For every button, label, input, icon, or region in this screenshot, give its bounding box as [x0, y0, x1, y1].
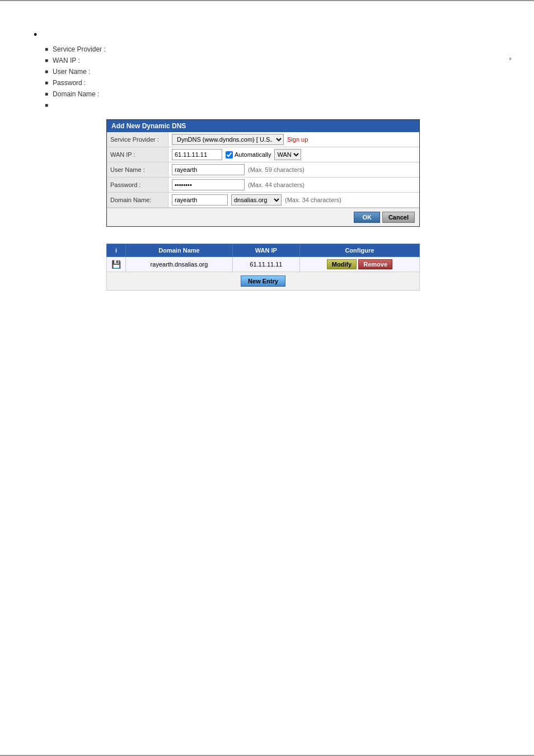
page-container: • Service Provider : WAN IP : ° User Nam… — [0, 0, 534, 756]
list-item: WAN IP : ° — [45, 57, 512, 64]
password-input[interactable] — [172, 179, 245, 190]
domain-hint: (Max. 34 characters) — [285, 197, 341, 203]
table-cell-configure: Modify Remove — [299, 257, 419, 272]
table-cell-domain: rayearth.dnsalias.org — [126, 257, 233, 272]
service-provider-field: DynDNS (www.dyndns.com) [ U.S.A. ] Sign … — [168, 132, 419, 147]
dns-form-container: Add New Dynamic DNS Service Provider : D… — [106, 119, 420, 227]
domain-suffix-select[interactable]: dnsalias.org — [231, 194, 282, 206]
user-name-field: (Max. 59 characters) — [168, 162, 419, 177]
new-entry-button[interactable]: New Entry — [241, 276, 285, 287]
col-header-domain: Domain Name — [126, 244, 233, 257]
table-header-row: i Domain Name WAN IP Configure — [107, 244, 420, 257]
service-provider-label: Service Provider : — [107, 132, 168, 147]
service-provider-row: Service Provider : DynDNS (www.dyndns.co… — [107, 132, 419, 147]
table-row: 💾 rayearth.dnsalias.org 61.11.11.11 Modi… — [107, 257, 420, 272]
list-item: Password : — [45, 79, 512, 87]
password-hint: (Max. 44 characters) — [248, 181, 305, 188]
service-provider-select[interactable]: DynDNS (www.dyndns.com) [ U.S.A. ] — [172, 134, 284, 145]
wan-ip-input[interactable] — [172, 149, 222, 160]
modify-button[interactable]: Modify — [327, 259, 357, 269]
wan-ip-field: Automatically WAN — [168, 147, 419, 162]
table-cell-wan: 61.11.11.11 — [232, 257, 299, 272]
list-item: Service Provider : — [45, 45, 512, 53]
remove-button[interactable]: Remove — [358, 259, 392, 269]
list-item — [45, 101, 512, 108]
bullet-item-4: Password : — [53, 79, 512, 87]
wan-ip-row: WAN IP : Automatically WAN — [107, 147, 419, 162]
new-entry-cell: New Entry — [107, 272, 420, 291]
cancel-button[interactable]: Cancel — [382, 212, 415, 223]
wan-select[interactable]: WAN — [274, 149, 301, 160]
user-name-hint: (Max. 59 characters) — [248, 166, 305, 173]
new-entry-row: New Entry — [107, 272, 420, 291]
sign-up-link[interactable]: Sign up — [287, 136, 308, 143]
bullet-item-5: Domain Name : — [53, 90, 512, 98]
password-row: Password : (Max. 44 characters) — [107, 178, 419, 193]
user-name-row: User Name : (Max. 59 characters) — [107, 162, 419, 178]
domain-name-row: Domain Name: dnsalias.org (Max. 34 chara… — [107, 193, 419, 208]
auto-checkbox-group: Automatically — [226, 151, 271, 158]
bullet-list: Service Provider : WAN IP : ° User Name … — [45, 45, 512, 108]
bullet-item-1: Service Provider : — [53, 45, 512, 53]
db-icon: 💾 — [111, 260, 121, 269]
bullet-section: • Service Provider : WAN IP : ° User Nam… — [22, 29, 512, 108]
list-item: Domain Name : — [45, 90, 512, 98]
dns-form-title: Add New Dynamic DNS — [107, 120, 419, 132]
bullet-item-2-note: ° — [509, 57, 512, 64]
ok-button[interactable]: OK — [354, 212, 380, 223]
domain-name-label: Domain Name: — [107, 193, 168, 207]
table-cell-icon: 💾 — [107, 257, 126, 272]
password-label: Password : — [107, 178, 168, 192]
domain-name-field: dnsalias.org (Max. 34 characters) — [168, 193, 419, 207]
list-item: User Name : — [45, 68, 512, 76]
wan-ip-label: WAN IP : — [107, 147, 168, 162]
col-header-i: i — [107, 244, 126, 257]
content-area: • Service Provider : WAN IP : ° User Nam… — [0, 1, 534, 302]
bullet-dot: • — [34, 29, 512, 41]
user-name-input[interactable] — [172, 164, 245, 175]
password-field: (Max. 44 characters) — [168, 178, 419, 192]
automatically-label: Automatically — [235, 151, 271, 158]
form-buttons-row: OK Cancel — [107, 208, 419, 226]
automatically-checkbox[interactable] — [226, 151, 233, 158]
col-header-configure: Configure — [299, 244, 419, 257]
dns-table: i Domain Name WAN IP Configure 💾 rayeart… — [106, 244, 420, 291]
user-name-label: User Name : — [107, 162, 168, 177]
bullet-item-3: User Name : — [53, 68, 512, 76]
col-header-wan: WAN IP — [232, 244, 299, 257]
bullet-item-2: WAN IP : — [53, 57, 504, 64]
table-section: i Domain Name WAN IP Configure 💾 rayeart… — [106, 244, 420, 291]
domain-name-input[interactable] — [172, 194, 228, 206]
